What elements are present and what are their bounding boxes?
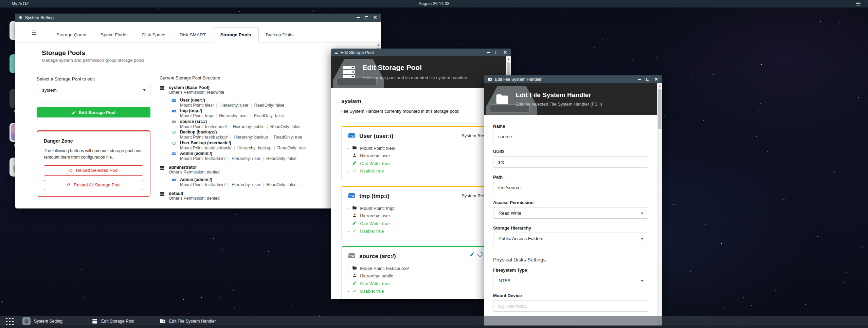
user-icon: [352, 273, 357, 279]
reload-all-pool-button[interactable]: Reload All Storage Pool: [44, 180, 143, 190]
refresh-icon: [171, 141, 176, 151]
maximize-button[interactable]: [646, 78, 649, 81]
aroz-brand[interactable]: My ArOZ: [12, 1, 29, 6]
edit-fsh-icon[interactable]: [470, 252, 475, 257]
storage-hierarchy-label: Storage Hierarchy: [493, 225, 648, 231]
storage-pool-select[interactable]: system: [37, 84, 150, 96]
tab-disk-space[interactable]: Disk Space: [135, 28, 172, 42]
name-label: Name: [493, 124, 648, 129]
taskbar-item-edit-fsh[interactable]: Edit File System Handler: [157, 316, 219, 326]
check-icon: [352, 168, 357, 174]
fsh-property: -Mount Point: files/: [348, 144, 493, 152]
scroll-up-arrow[interactable]: ▲: [506, 56, 511, 61]
hdd-icon: [171, 98, 176, 108]
system-setting-titlebar[interactable]: ⚙ System Setting ✕: [15, 14, 381, 22]
tab-space-finder[interactable]: Space Finder: [93, 28, 135, 42]
page-title: Storage Pools: [42, 49, 150, 57]
filesystem-type-select[interactable]: NTFS: [493, 275, 648, 286]
maximize-button[interactable]: [495, 51, 498, 54]
fsh-property: -Usable: true: [348, 167, 493, 175]
server-icon: [160, 165, 165, 175]
server-icon: [160, 85, 165, 95]
edit-icon: [352, 221, 357, 226]
physical-disks-heading: Physical Disks Settings: [493, 257, 648, 262]
danger-zone-title: Danger Zone: [44, 138, 143, 144]
filesystem-type-label: Filesystem Type: [493, 268, 648, 273]
header-subtitle: Edit the selected File System Handler (F…: [516, 102, 602, 107]
unmount-fsh-icon[interactable]: [476, 251, 484, 258]
user-icon: [352, 213, 357, 219]
tab-storage-quota[interactable]: Storage Quota: [49, 28, 93, 42]
gear-icon: ⚙: [22, 317, 31, 325]
edit-pool-titlebar[interactable]: ☰ Edit Storage Pool ✕: [331, 49, 511, 56]
minimize-button[interactable]: [357, 17, 360, 18]
edit-fsh-scrollbar[interactable]: ▲: [657, 83, 662, 326]
path-field[interactable]: [493, 182, 648, 193]
header-title: Edit File System Handler: [516, 91, 591, 99]
user-icon: [352, 153, 357, 159]
storage-pool-icon: [341, 64, 357, 81]
taskbar-item-edit-storage-pool[interactable]: Edit Storage Pool: [89, 316, 137, 326]
fsh-property: -Can Write: true: [348, 280, 493, 288]
fsh-property: -Mount Point: tmp/: [348, 204, 493, 212]
folder-icon: [488, 77, 492, 81]
chevron-down-icon: [641, 280, 644, 282]
taskbar-item-system-setting[interactable]: ⚙ System Setting: [20, 316, 65, 326]
hamburger-menu-icon[interactable]: [856, 2, 861, 6]
chevron-down-icon: [641, 213, 644, 214]
close-icon[interactable]: ✕: [654, 78, 658, 81]
server-icon: [92, 318, 98, 324]
fsh-property: -Can Write: true: [348, 220, 493, 227]
scroll-up-arrow[interactable]: ▲: [657, 83, 662, 88]
hamburger-icon[interactable]: ☰: [32, 30, 36, 36]
fsh-property: -Hierarchy: user: [348, 212, 493, 220]
refresh-icon: [69, 168, 73, 172]
header-subtitle: Edit storage pool and its mounted file s…: [362, 75, 468, 80]
storage-hierarchy-select[interactable]: Public Access Folders: [493, 233, 648, 244]
system-reserved-badge: System Res: [462, 133, 485, 138]
mount-device-field[interactable]: [493, 300, 648, 312]
maximize-button[interactable]: [365, 16, 368, 19]
edit-fsh-header: Edit File System Handler Edit the select…: [484, 83, 657, 115]
page-subtitle: Manage system and permission group stora…: [42, 58, 150, 63]
system-clock: August 26 14:33: [418, 1, 449, 6]
edit-fsh-titlebar[interactable]: Edit File System Handler ✕: [484, 75, 662, 83]
edit-storage-pool-button[interactable]: Edit Storage Pool: [37, 107, 150, 117]
danger-zone-card: Danger Zone The following buttons will u…: [37, 130, 150, 197]
fsh-card-title: source (src:/): [359, 253, 396, 260]
scroll-up-arrow[interactable]: ▲: [376, 42, 381, 48]
reload-selected-pool-button[interactable]: Reload Selected Pool: [44, 165, 143, 176]
danger-zone-text: The following buttons will unmount stora…: [44, 148, 143, 161]
folder-icon: [352, 266, 357, 271]
fsh-card-title: tmp (tmp:/): [359, 193, 390, 200]
fsh-card-user: User (user:/) System Res -Mount Point: f…: [341, 126, 499, 180]
minimize-button[interactable]: [487, 52, 490, 53]
tab-disk-smart[interactable]: Disk SMART: [173, 28, 213, 42]
fsh-property: -Usable: true: [348, 227, 493, 235]
taskbar: ⚙ System Setting Edit Storage Pool Edit …: [0, 316, 868, 328]
window-title: Edit File System Handler: [495, 77, 542, 82]
folder-icon: [160, 318, 166, 324]
hdd-icon: [348, 131, 356, 141]
pool-intro-text: File System Handlers currently mounted i…: [341, 109, 499, 114]
close-icon[interactable]: ✕: [373, 16, 377, 19]
desktop: File Tra ⚙ Syst t Mang IoT ⚙ System Sett…: [0, 0, 868, 328]
minimize-button[interactable]: [638, 79, 641, 80]
fsh-card-tmp: tmp (tmp:/) System Res -Mount Point: tmp…: [341, 186, 499, 240]
tab-backup-disks[interactable]: Backup Disks: [259, 28, 301, 42]
hdd-icon: [348, 192, 356, 201]
divider: [341, 120, 499, 120]
name-field[interactable]: [493, 131, 648, 142]
settings-tab-bar: ☰ Storage Quota Space Finder Disk Space …: [15, 22, 381, 42]
folder-icon: [495, 92, 509, 108]
edit-fsh-content: Name UUID Path Access Permission Read Wr…: [484, 115, 657, 326]
edit-fsh-window: Edit File System Handler ✕ Edit File Sys…: [484, 75, 662, 326]
gear-icon: ⚙: [19, 15, 22, 20]
access-permission-select[interactable]: Read Write: [493, 207, 648, 219]
folder-icon: [352, 145, 357, 151]
close-icon[interactable]: ✕: [503, 51, 507, 54]
uuid-field[interactable]: [493, 156, 648, 168]
tab-storage-pools[interactable]: Storage Pools: [213, 27, 259, 42]
scrollbar-thumb[interactable]: [658, 89, 662, 129]
refresh-icon: [171, 130, 176, 140]
